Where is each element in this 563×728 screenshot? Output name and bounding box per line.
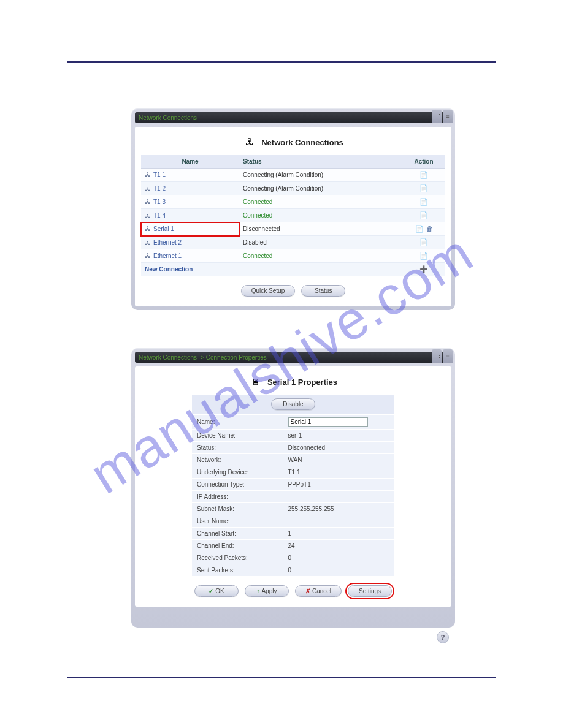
network-icon: 🖧 [243,137,256,148]
property-row: Device Name:ser-1 [192,430,394,442]
property-value: 0 [283,564,395,577]
add-icon[interactable]: ➕ [419,265,428,273]
property-row: IP Address: [192,491,394,503]
edit-icon[interactable]: 📄 [419,171,428,178]
property-row: Sent Packets:0 [192,564,394,577]
properties-container: Disable Name:Device Name:ser-1Status:Dis… [192,395,394,577]
property-row: Name: [192,415,394,430]
property-row: Connection Type:PPPoT1 [192,479,394,491]
connection-name-cell[interactable]: 🖧T1 4 [141,209,239,222]
edit-icon[interactable]: 📄 [419,211,428,219]
help-button[interactable]: ? [437,631,449,643]
panel-title: Network Connections [261,138,343,147]
property-label: Sent Packets: [192,564,283,577]
network-connections-window: Network Connections ⋮⋮ ≡ 🖧 Network Conne… [131,108,455,310]
connection-name-cell[interactable]: 🖧T1 3 [141,195,239,209]
property-value: 1 [283,528,395,540]
titlebar-menu-icon[interactable]: ≡ [443,110,453,123]
connection-action-cell: 📄 [402,249,445,263]
property-label: Status: [192,442,283,454]
bottom-divider [67,677,496,678]
titlebar-nav-icon[interactable]: ⋮⋮ [432,349,442,363]
table-row: 🖧T1 2Connecting (Alarm Condition)📄 [141,182,445,195]
connection-name-cell[interactable]: 🖧T1 1 [141,169,239,182]
panel-heading: 🖥 Serial 1 Properties [141,373,445,395]
delete-icon[interactable]: 🗑 [426,225,433,232]
connection-name: T1 2 [153,185,166,192]
connection-name-cell[interactable]: 🖧Ethernet 2 [141,236,239,249]
edit-icon[interactable]: 📄 [419,184,428,192]
property-value: PPPoT1 [283,479,395,491]
connection-name-cell[interactable]: 🖧T1 2 [141,182,239,195]
titlebar: Network Connections ⋮⋮ ≡ [135,112,451,123]
properties-table: Name:Device Name:ser-1Status:Disconnecte… [192,415,394,577]
disable-button[interactable]: Disable [271,398,315,410]
connection-action-cell: 📄 [402,209,445,222]
serial-icon: 🖥 [249,376,262,387]
titlebar-nav-icon[interactable]: ⋮⋮ [432,110,442,123]
connection-status: Connected [239,195,402,209]
property-label: Network: [192,454,283,466]
connection-name: T1 3 [153,199,166,205]
property-label: Subnet Mask: [192,503,283,515]
property-label: Connection Type: [192,479,283,491]
status-button[interactable]: Status [301,285,345,297]
connection-action-cell: 📄 [402,169,445,182]
connection-status: Disabled [239,236,402,249]
property-value: ser-1 [283,430,395,442]
new-connection-row[interactable]: New Connection➕ [141,263,445,276]
top-divider [67,61,496,63]
connection-icon: 🖧 [145,239,151,246]
property-value: 255.255.255.255 [283,503,395,515]
connection-icon: 🖧 [145,252,151,259]
property-value [283,415,395,430]
property-row: Status:Disconnected [192,442,394,454]
property-value: WAN [283,454,395,466]
table-row: 🖧T1 3Connected📄 [141,195,445,209]
new-connection-label[interactable]: New Connection [141,263,239,276]
connection-icon: 🖧 [145,185,151,192]
ok-button[interactable]: ✓OK [194,585,239,597]
connection-status: Connected [239,209,402,222]
edit-icon[interactable]: 📄 [419,198,428,205]
connection-name: T1 1 [153,172,166,178]
quick-setup-button[interactable]: Quick Setup [241,285,295,297]
edit-icon[interactable]: 📄 [415,225,424,232]
property-label: User Name: [192,515,283,528]
property-row: Channel End:24 [192,540,394,552]
connection-icon: 🖧 [145,199,151,205]
connection-name: Ethernet 2 [153,239,182,246]
edit-icon[interactable]: 📄 [419,238,428,246]
titlebar-text: Network Connections [139,115,197,121]
connection-status: Connected [239,249,402,263]
cancel-button[interactable]: ✗Cancel [295,585,342,597]
connection-icon: 🖧 [145,226,151,232]
property-row: Channel Start:1 [192,528,394,540]
button-row: ✓OK ↑Apply ✗Cancel Settings [141,585,445,597]
apply-button[interactable]: ↑Apply [245,585,289,597]
connection-name: Serial 1 [153,226,174,232]
panel-body: 🖧 Network Connections Name Status Action… [135,127,451,306]
col-action: Action [402,155,445,169]
name-input[interactable] [288,417,368,427]
connection-name-cell[interactable]: 🖧Ethernet 1 [141,249,239,263]
table-row: 🖧Ethernet 2Disabled📄 [141,236,445,249]
disable-row: Disable [192,395,394,414]
property-value: T1 1 [283,466,395,479]
col-name: Name [141,155,239,169]
table-row: 🖧T1 1Connecting (Alarm Condition)📄 [141,169,445,182]
connection-status: Disconnected [239,222,402,236]
connection-status: Connecting (Alarm Condition) [239,182,402,195]
property-value: Disconnected [283,442,395,454]
button-row: Quick Setup Status [141,285,445,297]
connection-properties-window: Network Connections -> Connection Proper… [131,348,455,628]
property-value: 0 [283,552,395,564]
settings-button[interactable]: Settings [348,585,392,597]
property-value [283,515,395,528]
edit-icon[interactable]: 📄 [419,252,428,259]
titlebar: Network Connections -> Connection Proper… [135,352,451,363]
property-label: Name: [192,415,283,430]
titlebar-menu-icon[interactable]: ≡ [443,349,453,363]
col-status: Status [239,155,402,169]
connection-name-cell[interactable]: 🖧Serial 1 [141,222,239,236]
